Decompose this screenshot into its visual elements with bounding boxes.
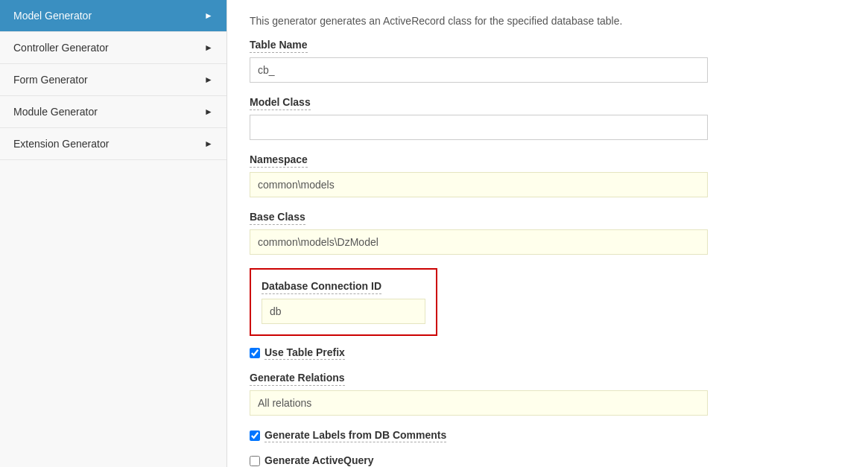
generate-activequery-checkbox[interactable] xyxy=(250,456,260,466)
generate-activequery-label[interactable]: Generate ActiveQuery xyxy=(264,454,374,467)
sidebar-item-label: Controller Generator xyxy=(13,42,109,54)
table-name-input[interactable] xyxy=(250,57,708,83)
sidebar-item-module-generator[interactable]: Module Generator ► xyxy=(0,96,226,128)
generate-relations-value: All relations xyxy=(250,390,708,416)
db-connection-group: Database Connection ID db xyxy=(262,280,425,324)
sidebar-item-controller-generator[interactable]: Controller Generator ► xyxy=(0,32,226,64)
db-connection-label: Database Connection ID xyxy=(262,280,381,294)
sidebar-item-form-generator[interactable]: Form Generator ► xyxy=(0,64,226,96)
namespace-value: common\models xyxy=(250,172,708,197)
chevron-right-icon: ► xyxy=(204,10,213,21)
sidebar-item-extension-generator[interactable]: Extension Generator ► xyxy=(0,128,226,160)
generate-relations-group: Generate Relations All relations xyxy=(250,372,846,416)
namespace-group: Namespace common\models xyxy=(250,153,846,197)
base-class-label: Base Class xyxy=(250,211,305,225)
model-class-label: Model Class xyxy=(250,96,311,110)
table-name-label: Table Name xyxy=(250,39,308,53)
db-connection-section: Database Connection ID db xyxy=(250,268,437,336)
main-content: This generator generates an ActiveRecord… xyxy=(227,0,868,467)
model-class-input[interactable] xyxy=(250,115,708,140)
base-class-group: Base Class common\models\DzModel xyxy=(250,211,846,255)
sidebar-item-label: Form Generator xyxy=(13,74,88,86)
model-class-group: Model Class xyxy=(250,96,846,140)
generate-labels-checkbox[interactable] xyxy=(250,431,260,441)
page-description: This generator generates an ActiveRecord… xyxy=(250,15,846,27)
chevron-right-icon: ► xyxy=(204,74,213,85)
generate-labels-label[interactable]: Generate Labels from DB Comments xyxy=(264,429,446,442)
use-table-prefix-label[interactable]: Use Table Prefix xyxy=(264,346,345,360)
chevron-right-icon: ► xyxy=(204,42,213,53)
use-table-prefix-checkbox[interactable] xyxy=(250,348,260,358)
sidebar-item-model-generator[interactable]: Model Generator ► xyxy=(0,0,226,32)
generate-relations-label: Generate Relations xyxy=(250,372,345,386)
chevron-right-icon: ► xyxy=(204,139,213,149)
sidebar-item-label: Extension Generator xyxy=(13,138,109,150)
generate-activequery-row: Generate ActiveQuery xyxy=(250,454,846,467)
table-name-group: Table Name xyxy=(250,39,846,83)
sidebar: Model Generator ► Controller Generator ►… xyxy=(0,0,227,467)
sidebar-item-label: Module Generator xyxy=(13,106,98,118)
generate-labels-row: Generate Labels from DB Comments xyxy=(250,429,846,442)
db-connection-value: db xyxy=(262,299,425,324)
base-class-value: common\models\DzModel xyxy=(250,229,708,255)
namespace-label: Namespace xyxy=(250,153,308,168)
use-table-prefix-row: Use Table Prefix xyxy=(250,346,846,360)
chevron-right-icon: ► xyxy=(204,107,213,117)
sidebar-item-label: Model Generator xyxy=(13,10,92,22)
